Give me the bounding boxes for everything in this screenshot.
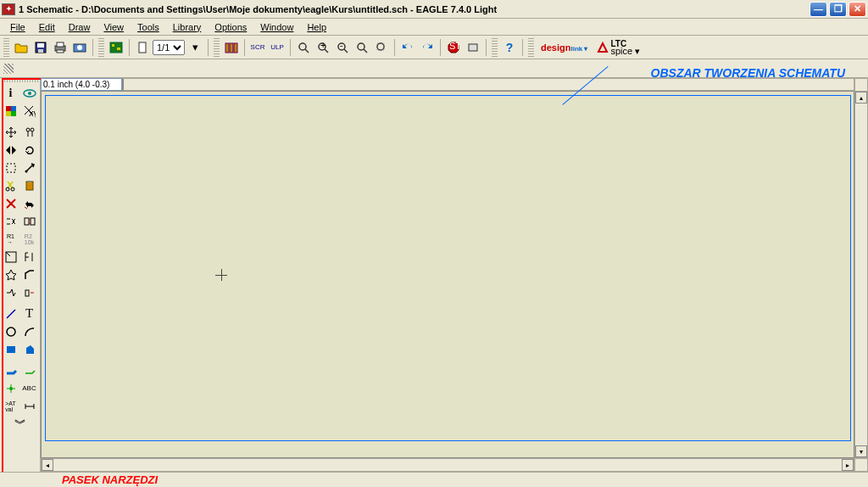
split-tool[interactable] [2, 283, 20, 301]
move-tool[interactable] [2, 123, 20, 141]
vertical-scrollbar[interactable]: ▴ ▾ [854, 91, 868, 458]
attribute-tool[interactable]: >ATval [2, 397, 20, 415]
maximize-button[interactable]: ❐ [829, 2, 847, 17]
menu-file[interactable]: File [3, 19, 32, 35]
separator [244, 39, 245, 56]
pinswap-tool[interactable] [2, 212, 20, 230]
scroll-up-button[interactable]: ▴ [855, 92, 867, 104]
info-tool[interactable]: i [2, 84, 20, 102]
zoom-fit-button[interactable] [294, 38, 313, 57]
paste-tool[interactable] [20, 176, 39, 194]
junction-tool[interactable] [2, 379, 20, 397]
redo-button[interactable] [418, 38, 437, 57]
copy-tool[interactable] [20, 123, 39, 141]
library-button[interactable] [222, 38, 241, 57]
net-tool[interactable] [20, 361, 39, 379]
palette-more-button[interactable]: ︾ [14, 417, 26, 432]
svg-rect-53 [25, 218, 29, 225]
schematic-canvas[interactable]: OBSZAR TWORZENIA SCHEMATU [41, 91, 854, 458]
rect-tool[interactable] [2, 340, 20, 358]
sheet-select[interactable]: 1/1 [153, 40, 185, 55]
palette-grip[interactable] [2, 79, 39, 82]
svg-rect-35 [11, 111, 16, 116]
miter-tool[interactable] [20, 266, 39, 283]
horizontal-scrollbar[interactable]: ◂ ▸ [41, 458, 854, 472]
toolbar-grip[interactable] [98, 38, 104, 57]
polygon-tool[interactable] [20, 340, 39, 358]
crosshair-icon [221, 269, 222, 281]
zoom-select-button[interactable] [372, 38, 391, 57]
zoom-redraw-button[interactable] [353, 38, 371, 57]
scroll-left-button[interactable]: ◂ [42, 459, 53, 471]
print-button[interactable] [51, 38, 70, 57]
menu-view[interactable]: View [97, 19, 131, 35]
bus-tool[interactable] [2, 361, 20, 379]
value-tool[interactable] [20, 248, 39, 266]
lock-tool[interactable]: R210k [20, 230, 39, 248]
toolbar-grip[interactable] [3, 38, 9, 57]
display-tool[interactable] [2, 102, 20, 120]
close-button[interactable]: ✕ [849, 2, 866, 17]
menu-edit[interactable]: Edit [32, 19, 62, 35]
open-button[interactable] [12, 38, 31, 57]
go-button[interactable] [464, 38, 482, 57]
scroll-right-button[interactable]: ▸ [842, 459, 854, 471]
add-tool[interactable] [20, 194, 39, 212]
mark-tool[interactable]: xy [20, 102, 39, 120]
save-button[interactable] [31, 38, 50, 57]
toolbar-grip[interactable] [214, 38, 220, 57]
name-tool[interactable] [2, 248, 20, 266]
text-tool[interactable]: T [20, 305, 39, 322]
menu-options[interactable]: Options [208, 19, 253, 35]
menu-bar: File Edit Draw View Tools Library Option… [0, 19, 868, 36]
toolbar-grip[interactable] [528, 38, 534, 57]
svg-line-16 [305, 49, 309, 53]
replace-tool[interactable]: R1→ [2, 230, 20, 248]
toolbar-grip[interactable] [492, 38, 498, 57]
smash-tool[interactable] [2, 266, 20, 283]
menu-library[interactable]: Library [166, 19, 209, 35]
mirror-tool[interactable] [2, 141, 20, 159]
zoom-in-button[interactable]: + [314, 38, 332, 57]
dimension-tool[interactable] [20, 397, 39, 415]
menu-draw[interactable]: Draw [62, 19, 97, 35]
circle-tool[interactable] [2, 322, 20, 340]
cam-button[interactable] [70, 38, 89, 57]
delete-tool[interactable] [2, 194, 20, 212]
svg-rect-34 [6, 111, 11, 116]
separator [486, 39, 487, 56]
sheet-prev-button[interactable] [133, 38, 152, 57]
script-button[interactable]: SCR [248, 38, 267, 57]
menu-window[interactable]: Window [253, 19, 300, 35]
separator [92, 39, 93, 56]
wire-tool[interactable] [2, 305, 20, 322]
scroll-down-button[interactable]: ▾ [855, 445, 867, 457]
minimize-button[interactable]: — [810, 2, 827, 17]
undo-button[interactable] [398, 38, 417, 57]
rotate-tool[interactable] [20, 141, 39, 159]
cut-tool[interactable] [2, 176, 20, 194]
separator [290, 39, 291, 56]
sheet-next-button[interactable]: ▾ [186, 38, 204, 57]
svg-point-64 [9, 387, 13, 390]
designlink-button[interactable]: designlink ▾ [537, 38, 592, 57]
menu-help[interactable]: Help [300, 19, 333, 35]
board-button[interactable] [107, 38, 125, 57]
ltspice-button[interactable]: LTCspice ▾ [593, 38, 644, 57]
group-tool[interactable] [2, 159, 20, 176]
svg-point-31 [28, 92, 31, 95]
ulp-button[interactable]: ULP [268, 38, 287, 57]
menu-tools[interactable]: Tools [131, 19, 166, 35]
invoke-tool[interactable] [20, 283, 39, 301]
gateswap-tool[interactable] [20, 212, 39, 230]
change-tool[interactable] [20, 159, 39, 176]
arc-tool[interactable] [20, 322, 39, 340]
stop-button[interactable]: STOP [444, 38, 463, 57]
label-tool[interactable]: ABC [20, 379, 39, 397]
svg-text:+: + [320, 42, 326, 50]
show-tool[interactable] [20, 84, 39, 102]
help-button[interactable]: ? [500, 38, 519, 57]
zoom-out-button[interactable]: - [333, 38, 352, 57]
param-grip-icon[interactable] [3, 64, 14, 74]
svg-rect-5 [57, 50, 64, 53]
